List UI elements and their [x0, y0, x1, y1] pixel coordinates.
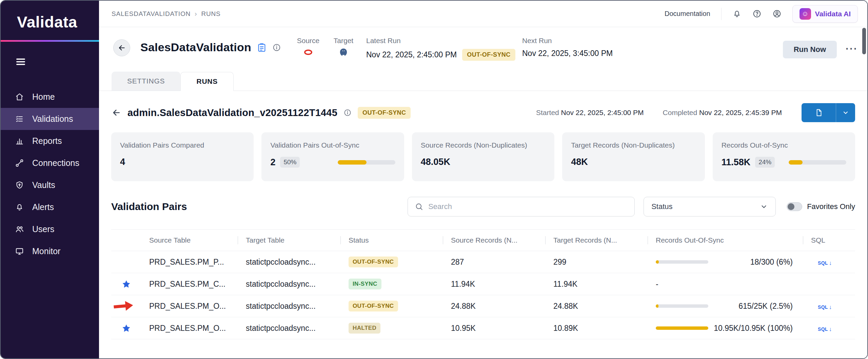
sidebar-item-home[interactable]: Home — [1, 86, 99, 108]
stat-card: Validation Pairs Out-of-Sync 2 50% — [261, 132, 404, 181]
sidebar-item-label: Monitor — [32, 246, 60, 256]
column-header[interactable]: Target Records (N... — [545, 236, 648, 244]
out-of-sync-value: 10.95K/10.95K (100%) — [714, 324, 793, 333]
latest-run-group: Latest Run Nov 22, 2025, 2:45:00 PM OUT-… — [366, 37, 515, 61]
status-badge: IN-SYNC — [349, 279, 381, 289]
run-now-button[interactable]: Run Now — [783, 41, 837, 58]
column-header[interactable]: Records Out-Of-Sync — [648, 236, 803, 244]
status-badge: OUT-OF-SYNC — [349, 257, 398, 267]
menu-icon[interactable] — [15, 56, 26, 68]
validata-ai-label: Validata AI — [815, 10, 851, 18]
sidebar-nav: Home Validations Reports Connections Vau… — [1, 86, 99, 262]
stat-card: Target Records (Non-Duplicates) 48K — [562, 132, 705, 181]
validation-title: SalesDataValidation — [140, 41, 251, 54]
connections-icon — [15, 158, 24, 168]
table-row[interactable]: PRD_SALES.PM_O... statictpccloadsync... … — [111, 295, 855, 317]
column-header[interactable]: Source Records (N... — [443, 236, 545, 244]
sql-download-icon[interactable]: SQL↓ — [818, 260, 832, 266]
sql-cell: SQL↓ — [803, 258, 855, 267]
schedule-icon[interactable] — [257, 42, 267, 53]
sidebar-item-label: Alerts — [32, 202, 54, 212]
tab-runs[interactable]: RUNS — [180, 72, 234, 91]
app-window: Validata Home Validations Reports Connec… — [0, 0, 868, 359]
export-dropdown-button[interactable] — [836, 103, 855, 122]
sidebar-item-reports[interactable]: Reports — [1, 130, 99, 152]
scrollbar-thumb[interactable] — [862, 28, 866, 54]
validation-title-group: SalesDataValidation — [140, 41, 281, 54]
table-row[interactable]: PRD_SALES.PM_O... statictpccloadsync... … — [111, 317, 855, 339]
run-info-icon[interactable] — [343, 109, 352, 117]
sidebar-item-label: Home — [32, 92, 55, 102]
sidebar-item-users[interactable]: Users — [1, 218, 99, 240]
column-header[interactable]: Status — [340, 236, 443, 244]
topbar: SALESDATAVALIDATION › RUNS Documentation… — [99, 1, 867, 27]
records-out-of-sync-cell: 10.95K/10.95K (100%) — [648, 324, 803, 333]
favorite-star-icon[interactable] — [122, 324, 131, 333]
back-button[interactable] — [113, 39, 130, 56]
breadcrumb-item-validation[interactable]: SALESDATAVALIDATION — [112, 10, 191, 18]
scrollbar[interactable] — [862, 28, 866, 54]
toggle-knob — [788, 203, 794, 210]
sidebar-item-vaults[interactable]: Vaults — [1, 174, 99, 196]
source-records-cell: 11.94K — [443, 280, 545, 289]
run-status-badge: OUT-OF-SYNC — [358, 107, 411, 119]
column-header[interactable]: Source Table — [141, 236, 238, 244]
account-icon[interactable] — [772, 9, 782, 18]
column-header[interactable]: SQL — [803, 236, 855, 244]
source-label: Source — [296, 37, 320, 45]
search-box[interactable] — [408, 197, 635, 216]
export-report-button[interactable] — [802, 103, 855, 122]
stat-label: Target Records (Non-Duplicates) — [571, 141, 696, 149]
help-icon[interactable] — [752, 9, 762, 18]
home-icon — [15, 92, 24, 101]
stat-card: Records Out-of-Sync 11.58K 24% — [713, 132, 855, 181]
out-of-sync-value: - — [656, 280, 658, 289]
status-filter-dropdown[interactable]: Status — [644, 197, 776, 216]
documentation-link[interactable]: Documentation — [665, 10, 710, 18]
sidebar-item-connections[interactable]: Connections — [1, 152, 99, 174]
search-input[interactable] — [428, 202, 628, 211]
stat-value: 48K — [571, 157, 588, 167]
oracle-source-icon — [302, 48, 314, 57]
favorite-cell[interactable] — [111, 295, 141, 317]
tab-settings[interactable]: SETTINGS — [112, 72, 180, 91]
status-cell: IN-SYNC — [340, 279, 443, 289]
sidebar-item-validations[interactable]: Validations — [1, 108, 99, 130]
stats-row: Validation Pairs Compared 4 Validation P… — [111, 132, 855, 181]
favorites-toggle[interactable] — [787, 202, 802, 211]
info-icon[interactable] — [272, 43, 281, 52]
breadcrumb-item-runs[interactable]: RUNS — [201, 10, 221, 18]
target-records-cell: 24.88K — [545, 302, 648, 311]
target-label: Target — [332, 37, 355, 45]
sql-download-icon[interactable]: SQL↓ — [818, 326, 832, 332]
favorite-cell[interactable] — [111, 251, 141, 273]
table-row[interactable]: PRD_SALES.PM_P... statictpccloadsync... … — [111, 251, 855, 273]
source-records-cell: 24.88K — [443, 302, 545, 311]
notifications-icon[interactable] — [732, 9, 742, 18]
stat-progress-bar — [338, 160, 395, 165]
status-cell: HALTED — [340, 323, 443, 334]
table-body: PRD_SALES.PM_P... statictpccloadsync... … — [111, 251, 855, 339]
sql-cell: SQL↓ — [803, 302, 855, 311]
started-value: Nov 22, 2025, 2:45:00 PM — [561, 109, 644, 116]
sidebar-item-alerts[interactable]: Alerts — [1, 196, 99, 218]
more-options-button[interactable]: ⋯ — [845, 41, 857, 56]
column-header[interactable]: Target Table — [238, 236, 340, 244]
favorite-cell[interactable] — [111, 317, 141, 339]
stat-value: 48.05K — [421, 157, 450, 167]
run-back-button[interactable] — [111, 108, 121, 118]
table-row[interactable]: PRD_SALES.PM_C... statictpccloadsync... … — [111, 273, 855, 295]
validata-ai-button[interactable]: ☺ Validata AI — [792, 5, 858, 23]
pairs-heading: Validation Pairs — [111, 201, 187, 212]
sql-download-icon[interactable]: SQL↓ — [818, 304, 832, 310]
favorite-star-icon[interactable] — [122, 280, 131, 289]
breadcrumb: SALESDATAVALIDATION › RUNS — [112, 10, 221, 18]
source-table-cell: PRD_SALES.PM_P... — [141, 258, 238, 267]
sidebar-item-monitor[interactable]: Monitor — [1, 240, 99, 262]
validation-header: SalesDataValidation Source Target Latest… — [99, 27, 867, 72]
favorite-cell[interactable] — [111, 273, 141, 295]
latest-run-status-badge: OUT-OF-SYNC — [462, 49, 515, 61]
source-records-cell: 287 — [443, 258, 545, 267]
tab-strip: SETTINGSRUNS — [99, 72, 867, 91]
completed-label: Completed — [663, 109, 697, 116]
